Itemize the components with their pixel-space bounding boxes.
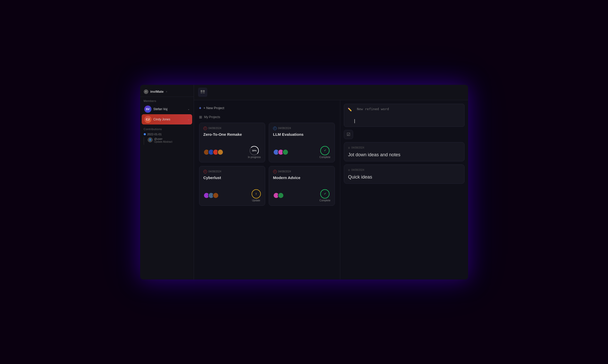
notes-title-jot: Jot down ideas and notes <box>348 152 460 158</box>
status-complete-badge-llm: ✓ Complete <box>320 146 331 159</box>
members-label: Members <box>140 97 194 104</box>
contrib-dot-icon <box>144 133 146 135</box>
contrib-entry: 👤 @user Update Abstract <box>144 137 190 145</box>
project-card-modern[interactable]: ⏱ 04/08/2024 Modern Advice ✓ Complete <box>269 166 335 206</box>
project-card-zero[interactable]: ⏱ 04/08/2024 Zero-To-One Remake <box>199 123 265 162</box>
member-name-stefan: Stefan Vuj <box>153 107 186 111</box>
right-panel: ✏️ ☑ ≡ 04/08/2024 <box>340 100 468 279</box>
project-date-text-llm: 04/08/2024 <box>278 127 291 130</box>
update-circle: ! <box>252 189 261 199</box>
project-date-cyberlust: ⏱ 04/08/2024 <box>203 170 261 173</box>
svg-rect-2 <box>201 92 202 93</box>
avatars-row-llm <box>273 149 287 155</box>
member-name-cindy: Cindy Jones <box>153 118 186 121</box>
avatar-12 <box>278 192 284 199</box>
avatar-7 <box>282 149 288 155</box>
my-projects-row: ⊞ My Projects <box>199 115 335 119</box>
contrib-date-text: 2022-01-01 <box>147 133 162 136</box>
complete-circle-modern: ✓ <box>320 189 329 199</box>
status-label-cyberlust: Update <box>252 199 260 202</box>
notes-date-jot: ≡ 04/08/2024 <box>348 146 460 150</box>
checkbox-icon: ☑ <box>347 132 350 137</box>
notes-card-quick[interactable]: ≡ 04/08/2024 Quick ideas <box>344 164 465 184</box>
svg-rect-3 <box>203 92 205 93</box>
project-date-llm: ⏱ 04/08/2024 <box>273 127 331 130</box>
app-icon <box>198 88 207 97</box>
projects-icon: ⊞ <box>199 115 202 119</box>
sidebar-item-stefan[interactable]: SV Stefan Vuj ⌄ <box>142 104 192 114</box>
contrib-user-avatar: 👤 <box>148 137 153 142</box>
projects-grid: ⏱ 04/08/2024 Zero-To-One Remake <box>199 123 335 206</box>
app-title: inviMate <box>150 90 164 93</box>
status-complete-badge-modern: ✓ Complete <box>320 189 331 202</box>
date-icon-red-2: ⏱ <box>203 170 207 173</box>
date-icon-red-3: ⏱ <box>273 170 277 173</box>
contrib-date-row: 2022-01-01 <box>144 133 190 136</box>
project-footer-zero: 30% In progress <box>203 146 261 159</box>
project-date-text-modern: 04/08/2024 <box>278 170 291 173</box>
project-date-modern: ⏱ 04/08/2024 <box>273 170 331 173</box>
notes-card-jot[interactable]: ≡ 04/08/2024 Jot down ideas and notes <box>344 142 465 161</box>
member-chevron-icon-2: ⌄ <box>188 118 190 121</box>
plus-icon: + <box>199 106 201 110</box>
notes-date-text-jot: 04/08/2024 <box>352 146 364 149</box>
status-label-modern: Complete <box>320 199 331 202</box>
project-name-modern: Modern Advice <box>273 175 331 180</box>
avatars-row-cyberlust <box>203 192 217 199</box>
new-project-label: + New Project <box>203 106 224 110</box>
app-logo: ● <box>144 89 148 94</box>
status-label-zero: In progress <box>248 156 261 159</box>
word-input-box: ✏️ <box>344 104 465 127</box>
status-progress-badge: 30% In progress <box>248 146 261 159</box>
sidebar: ● inviMate › Members SV Stefan Vuj ⌄ CJ … <box>140 85 194 279</box>
notes-title-quick: Quick ideas <box>348 174 460 180</box>
my-projects-label: My Projects <box>204 115 220 119</box>
date-icon-blue: ⏱ <box>273 127 277 130</box>
notes-date-quick: ≡ 04/08/2024 <box>348 168 460 172</box>
svg-rect-1 <box>203 90 205 92</box>
sidebar-chevron-icon: › <box>166 90 167 93</box>
avatars-row-zero <box>203 149 222 155</box>
progress-circle: 30% <box>250 146 259 155</box>
avatars-row-modern <box>273 192 282 199</box>
status-label-llm: Complete <box>320 156 331 159</box>
date-icon-red: ⏱ <box>203 127 207 130</box>
project-date-zero: ⏱ 04/08/2024 <box>203 127 261 130</box>
status-update-badge: ! Update <box>252 189 261 202</box>
svg-rect-0 <box>201 90 202 92</box>
project-name-cyberlust: Cyberlust <box>203 175 261 180</box>
project-footer-llm: ✓ Complete <box>273 146 331 159</box>
contrib-username: @user <box>154 137 172 140</box>
contributions-section: Contributions 2022-01-01 👤 @user Update … <box>140 124 194 146</box>
project-name-llm: LLM Evaluations <box>273 132 331 137</box>
project-date-text-zero: 04/08/2024 <box>209 127 221 130</box>
project-name-zero: Zero-To-One Remake <box>203 132 261 137</box>
sidebar-header: ● inviMate › <box>140 85 194 97</box>
avatar-cindy: CJ <box>144 116 151 123</box>
complete-circle-llm: ✓ <box>320 146 329 155</box>
new-project-button[interactable]: + + New Project <box>199 104 224 112</box>
notes-date-icon-1: ≡ <box>348 146 350 150</box>
member-chevron-icon: ⌄ <box>188 108 190 110</box>
notes-date-icon-2: ≡ <box>348 168 350 172</box>
contrib-action: Update Abstract <box>154 140 172 143</box>
top-bar <box>194 85 468 100</box>
project-date-text-cyberlust: 04/08/2024 <box>209 170 221 173</box>
progress-text: 30% <box>252 149 256 152</box>
project-footer-cyberlust: ! Update <box>203 189 261 202</box>
cursor-indicator <box>354 119 355 123</box>
avatar-4 <box>217 149 223 155</box>
project-card-llm[interactable]: ⏱ 04/08/2024 LLM Evaluations ✓ <box>269 123 335 162</box>
edit-icon: ✏️ <box>348 108 352 111</box>
word-input-field[interactable] <box>357 107 402 122</box>
projects-panel: + + New Project ⊞ My Projects ⏱ 04/08/20… <box>194 100 340 279</box>
sidebar-item-cindy[interactable]: CJ Cindy Jones ⌄ <box>142 114 192 124</box>
main-content: + + New Project ⊞ My Projects ⏱ 04/08/20… <box>194 85 468 279</box>
notes-date-text-quick: 04/08/2024 <box>352 169 364 171</box>
avatar-stefan: SV <box>144 106 151 113</box>
contributions-label: Contributions <box>144 128 190 131</box>
avatar-10 <box>213 192 219 199</box>
project-card-cyberlust[interactable]: ⏱ 04/08/2024 Cyberlust ! <box>199 166 265 206</box>
main-body: + + New Project ⊞ My Projects ⏱ 04/08/20… <box>194 100 468 279</box>
checkbox-button[interactable]: ☑ <box>344 130 353 139</box>
